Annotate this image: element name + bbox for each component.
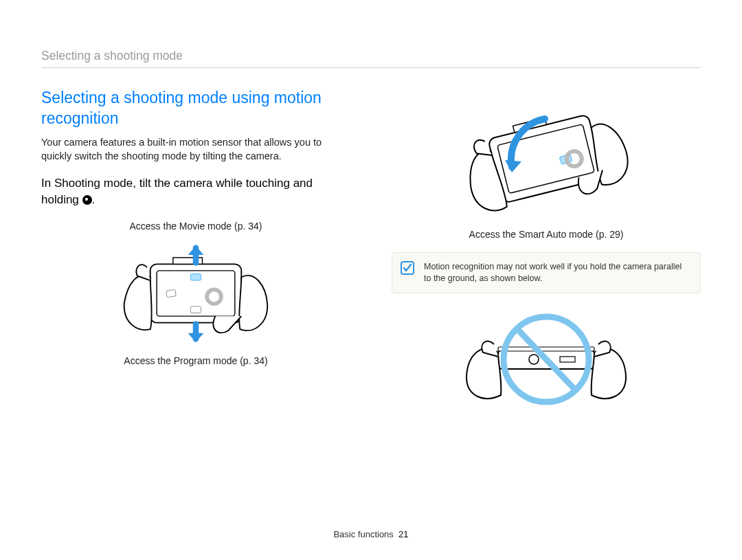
svg-rect-5	[190, 306, 201, 313]
instruction-text: In Shooting mode, tilt the camera while …	[41, 175, 350, 208]
footer-section: Basic functions	[333, 529, 393, 539]
svg-rect-3	[190, 274, 201, 280]
footer-page-number: 21	[398, 529, 408, 539]
running-header: Selecting a shooting mode	[41, 48, 648, 63]
right-column: Access the Smart Auto mode (p. 29) Motio…	[392, 87, 701, 417]
note-icon	[401, 261, 414, 275]
figure-tilt-left: Access the Smart Auto mode (p. 29)	[392, 91, 701, 240]
instruction-pre: In Shooting mode, tilt the camera while …	[41, 177, 313, 206]
figure-parallel-wrong	[392, 300, 701, 417]
header-rule	[41, 67, 701, 68]
caption-program: Access the Program mode (p. 34)	[124, 355, 267, 366]
svg-rect-14	[498, 347, 594, 351]
content-columns: Selecting a shooting mode using motion r…	[41, 87, 701, 417]
section-title: Selecting a shooting mode using motion r…	[41, 87, 350, 128]
mode-button-icon	[82, 195, 92, 205]
manual-page: Selecting a shooting mode Selecting a sh…	[0, 0, 742, 560]
page-footer: Basic functions 21	[0, 529, 742, 539]
instruction-post: .	[92, 193, 95, 206]
arrow-down-icon	[188, 324, 204, 343]
caption-smartauto: Access the Smart Auto mode (p. 29)	[469, 229, 624, 240]
svg-rect-4	[166, 289, 176, 297]
illustration-camera-flat	[457, 300, 636, 417]
intro-text: Your camera features a built-in motion s…	[41, 135, 350, 163]
illustration-camera-tilt-left	[457, 91, 636, 229]
svg-point-15	[529, 355, 539, 364]
note-box: Motion recognition may not work well if …	[392, 252, 701, 293]
illustration-camera-tilt-vert	[106, 232, 285, 355]
svg-rect-16	[560, 357, 575, 362]
caption-movie: Access the Movie mode (p. 34)	[130, 221, 262, 232]
figure-tilt-vertical: Access the Movie mode (p. 34)	[41, 221, 350, 366]
left-column: Selecting a shooting mode using motion r…	[41, 87, 350, 417]
note-text: Motion recognition may not work well if …	[424, 262, 682, 283]
